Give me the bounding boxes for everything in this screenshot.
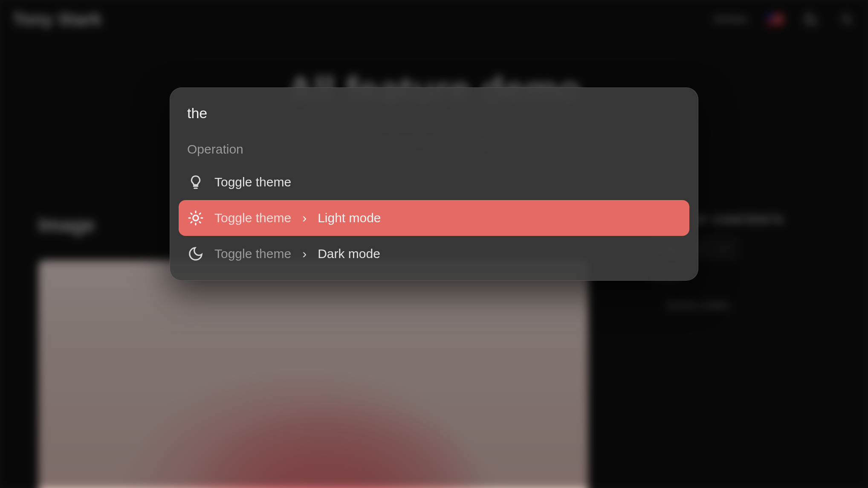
command-item-dark-mode[interactable]: Toggle theme › Dark mode	[179, 236, 689, 272]
command-item-label: Light mode	[318, 211, 381, 225]
command-item-light-mode[interactable]: Toggle theme › Light mode	[179, 200, 689, 236]
command-palette-input[interactable]	[179, 105, 689, 136]
svg-line-6	[200, 222, 200, 223]
command-item-toggle-theme[interactable]: Toggle theme	[179, 164, 689, 200]
svg-line-9	[191, 222, 192, 223]
command-item-crumb: Toggle theme	[214, 247, 291, 261]
command-group-label: Operation	[179, 136, 689, 164]
moon-icon	[187, 245, 204, 262]
command-item-label: Toggle theme	[214, 175, 291, 189]
command-item-crumb: Toggle theme	[214, 211, 291, 225]
chevron-right-icon: ›	[302, 211, 307, 225]
chevron-right-icon: ›	[302, 247, 307, 261]
command-palette: Operation Toggle theme	[170, 87, 698, 281]
sun-icon	[187, 209, 204, 227]
bulb-icon	[187, 174, 204, 191]
modal-overlay[interactable]: Operation Toggle theme	[0, 0, 868, 488]
svg-line-10	[200, 213, 200, 214]
svg-point-2	[193, 215, 199, 221]
svg-line-5	[191, 213, 192, 214]
command-item-label: Dark mode	[318, 247, 380, 261]
